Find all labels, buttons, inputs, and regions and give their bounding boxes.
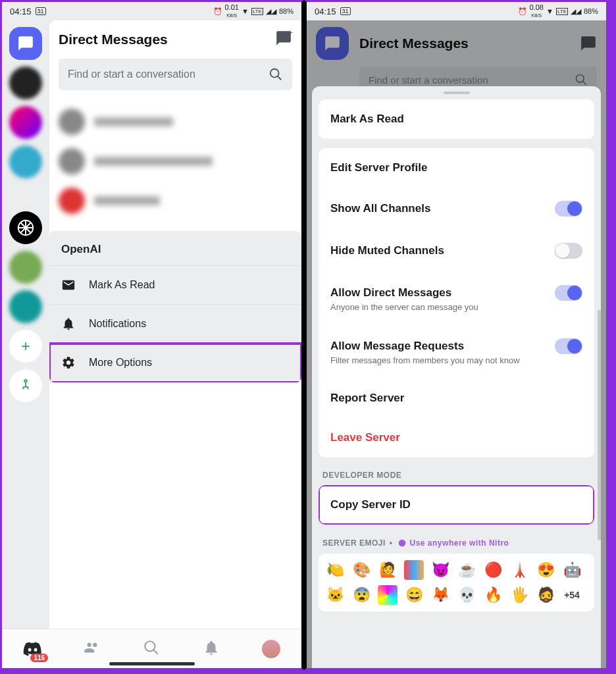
developer-mode-label: DEVELOPER MODE — [319, 467, 594, 485]
new-message-icon[interactable]: + — [275, 30, 292, 49]
emoji-grid: 🍋 🎨 🙋 😈 ☕ 🔴 🗼 😍 🤖 🐱 😨 😄 🦊 💀 🔥 🖐️ — [319, 554, 594, 611]
ctx-notifications[interactable]: Notifications — [49, 305, 301, 344]
mark-as-read-button[interactable]: Mark As Read — [319, 99, 594, 139]
battery-label: 88% — [279, 7, 294, 15]
emoji-item[interactable]: 🖐️ — [509, 585, 529, 605]
dm-conversation[interactable] — [59, 102, 292, 142]
server-item[interactable] — [9, 106, 42, 139]
emoji-item[interactable] — [404, 560, 424, 580]
left-screenshot: 04:15 31 ⏰ 0.01KB/S ▼ LTE ◢◢ 88% + — [0, 0, 304, 670]
hide-muted-channels-toggle[interactable]: Hide Muted Channels — [319, 230, 594, 272]
emoji-item[interactable]: 🧔 — [536, 585, 555, 605]
page-title: Direct Messages — [59, 32, 168, 47]
server-sidebar: + — [2, 20, 49, 629]
nav-friends[interactable] — [84, 639, 101, 659]
emoji-item[interactable]: 🤖 — [562, 560, 582, 580]
battery-label: 88% — [584, 7, 598, 15]
wifi-icon: ▼ — [546, 7, 553, 15]
emoji-item[interactable]: 😨 — [351, 585, 371, 605]
emoji-item[interactable]: 🙋 — [378, 560, 398, 580]
alarm-icon: ⏰ — [518, 7, 527, 16]
show-all-channels-toggle[interactable]: Show All Channels — [319, 188, 594, 230]
lte-icon: LTE — [251, 8, 263, 15]
lte-icon: LTE — [556, 8, 568, 15]
emoji-item[interactable]: 🎨 — [351, 560, 371, 580]
toggle-on-icon[interactable] — [555, 201, 582, 217]
report-server-button[interactable]: Report Server — [319, 378, 594, 418]
right-screenshot: 04:15 31 ⏰ 0.08KB/S ▼ LTE ◢◢ 88% Direct … — [304, 0, 608, 670]
status-time: 04:15 — [10, 7, 32, 16]
nav-discord[interactable]: 116 — [23, 638, 41, 660]
svg-point-3 — [270, 69, 279, 78]
server-item[interactable] — [9, 66, 42, 99]
dm-main-pane: Direct Messages + Find or start a conver… — [49, 20, 301, 629]
server-openai[interactable] — [9, 211, 42, 244]
ctx-mark-read[interactable]: Mark As Read — [49, 266, 301, 305]
calendar-icon: 31 — [36, 7, 46, 15]
ctx-more-options[interactable]: More Options — [49, 344, 301, 382]
server-item[interactable] — [9, 290, 42, 323]
emoji-item[interactable] — [378, 585, 398, 605]
dm-conversation[interactable] — [59, 181, 292, 220]
discover-button[interactable] — [9, 369, 42, 402]
copy-server-id-button[interactable]: Copy Server ID — [319, 485, 594, 525]
server-item[interactable] — [9, 251, 42, 284]
emoji-item[interactable]: 🗼 — [509, 560, 529, 580]
signal-icon: ◢◢ — [266, 7, 276, 16]
server-item[interactable] — [9, 185, 42, 205]
emoji-item[interactable]: 💀 — [457, 585, 476, 605]
search-icon — [269, 67, 283, 82]
toggle-on-icon[interactable] — [555, 338, 582, 354]
toggle-off-icon[interactable] — [555, 243, 582, 259]
scrollbar[interactable] — [598, 310, 601, 540]
allow-requests-toggle[interactable]: Allow Message Requests Filter messages f… — [319, 325, 594, 378]
emoji-item[interactable]: 😈 — [430, 560, 450, 580]
allow-dm-toggle[interactable]: Allow Direct Messages Anyone in the serv… — [319, 272, 594, 325]
calendar-icon: 31 — [340, 7, 351, 15]
svg-point-6 — [398, 540, 405, 547]
edit-server-profile-button[interactable]: Edit Server Profile — [319, 148, 594, 188]
nitro-link[interactable]: Use anywhere with Nitro — [397, 538, 509, 548]
notification-badge: 116 — [30, 654, 48, 662]
nav-profile[interactable] — [262, 640, 280, 658]
emoji-item[interactable]: 😍 — [536, 560, 555, 580]
emoji-item[interactable]: 🐱 — [325, 585, 345, 605]
svg-point-4 — [145, 641, 155, 651]
server-context-menu: OpenAI Mark As Read Notifications — [49, 231, 301, 382]
server-settings-sheet: Mark As Read Edit Server Profile Show Al… — [312, 86, 601, 668]
more-emoji-button[interactable]: +54 — [562, 585, 582, 605]
mail-icon — [61, 278, 76, 292]
dm-conversation[interactable] — [59, 142, 292, 181]
context-menu-title: OpenAI — [49, 231, 301, 266]
status-bar: 04:15 31 ⏰ 0.08KB/S ▼ LTE ◢◢ 88% — [307, 2, 606, 20]
svg-point-1 — [24, 380, 27, 382]
emoji-item[interactable]: 🦊 — [430, 585, 450, 605]
home-indicator — [109, 662, 195, 665]
toggle-on-icon[interactable] — [555, 285, 582, 301]
search-input[interactable]: Find or start a conversation — [59, 59, 292, 90]
emoji-item[interactable]: 😄 — [404, 585, 424, 605]
emoji-item[interactable]: 🔥 — [483, 585, 503, 605]
bottom-nav: 116 — [2, 629, 301, 668]
dm-home-button[interactable] — [9, 27, 42, 60]
wifi-icon: ▼ — [242, 7, 249, 15]
server-emoji-label: SERVER EMOJI • Use anywhere with Nitro — [319, 534, 594, 554]
add-server-button[interactable]: + — [9, 330, 42, 363]
nav-notifications[interactable] — [203, 639, 220, 659]
alarm-icon: ⏰ — [213, 7, 222, 16]
search-placeholder: Find or start a conversation — [68, 68, 195, 80]
svg-text:+: + — [288, 30, 293, 38]
nav-search[interactable] — [143, 639, 160, 659]
status-bar: 04:15 31 ⏰ 0.01KB/S ▼ LTE ◢◢ 88% — [2, 2, 301, 20]
leave-server-button[interactable]: Leave Server — [319, 418, 594, 457]
emoji-item[interactable]: 🔴 — [483, 560, 503, 580]
emoji-item[interactable]: ☕ — [457, 560, 476, 580]
bell-icon — [61, 317, 76, 331]
gear-icon — [61, 355, 76, 370]
status-time: 04:15 — [315, 7, 336, 16]
sheet-handle[interactable] — [444, 91, 470, 94]
signal-icon: ◢◢ — [571, 7, 581, 16]
emoji-item[interactable]: 🍋 — [325, 560, 345, 580]
server-item[interactable] — [9, 145, 42, 178]
